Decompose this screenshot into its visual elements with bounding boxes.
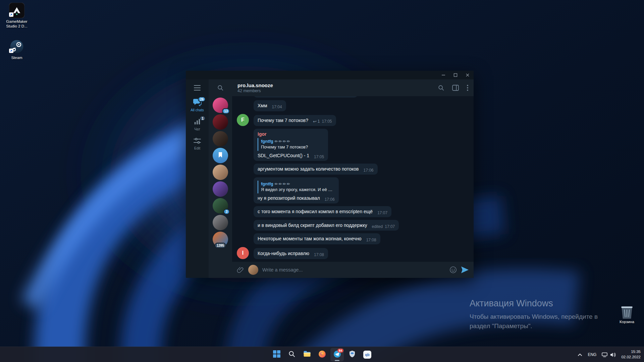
- folders-rail: 26All chats1ЧатEdit: [186, 79, 209, 278]
- pencil-emoji-badges: ✏✏✏✏: [275, 139, 291, 144]
- activation-line1: Чтобы активировать Windows, перейдите в: [470, 313, 598, 320]
- chat-list-item[interactable]: [213, 181, 228, 197]
- close-button[interactable]: [462, 71, 474, 79]
- clock-time: 15:35: [621, 349, 641, 355]
- message-input[interactable]: [262, 267, 445, 273]
- message-time: 17:05: [314, 155, 324, 160]
- search-icon: [288, 351, 295, 359]
- message-bubble[interactable]: Хмм17:04: [254, 100, 286, 111]
- message-bubble[interactable]: Igorfgntfg✏✏✏✏Почему там 7 потоков?SDL_G…: [254, 129, 328, 161]
- message-text: аргументом можно задать количество поток…: [258, 166, 359, 172]
- paperclip-icon: [237, 266, 244, 274]
- chat-list-item[interactable]: 13: [213, 98, 228, 113]
- chat-list-item[interactable]: [213, 165, 228, 180]
- folder-edit[interactable]: Edit: [191, 134, 204, 154]
- message-time: 17:08: [314, 252, 324, 258]
- maximize-button[interactable]: [449, 71, 462, 79]
- taskbar-explorer-button[interactable]: [300, 348, 314, 361]
- chat-list-item[interactable]: [213, 114, 228, 130]
- close-icon: [466, 73, 470, 77]
- tray-status-icons[interactable]: [602, 352, 616, 357]
- toggle-sidebar-button[interactable]: [452, 85, 459, 91]
- main-menu-button[interactable]: [194, 85, 201, 90]
- window-titlebar[interactable]: [186, 71, 474, 79]
- sender-avatar[interactable]: I: [237, 247, 249, 259]
- message-history[interactable]: Сижу чёт и думаю, скучно как-то…Я видел …: [232, 96, 474, 262]
- chat-menu-button[interactable]: [467, 85, 468, 91]
- language-indicator[interactable]: ENG: [588, 352, 596, 357]
- send-button[interactable]: [461, 266, 469, 274]
- unread-badge: 1395: [215, 243, 226, 248]
- message-time: 17:06: [325, 197, 335, 202]
- folder-all-chats[interactable]: 26All chats: [191, 96, 204, 115]
- explorer-icon: [303, 351, 311, 359]
- desktop-icon-label: GameMaker Studio 2 D...: [3, 19, 31, 29]
- emoji-icon: [449, 266, 457, 274]
- kebab-menu-icon: [467, 85, 468, 91]
- emoji-button[interactable]: [449, 266, 457, 274]
- message-text: Некоторые моменты там жопа жопная, конеч…: [258, 236, 362, 241]
- message-bubble[interactable]: Почему там 7 потоков?↩117:05: [254, 115, 336, 126]
- chevron-up-icon: [578, 353, 582, 356]
- taskbar-start-button[interactable]: [270, 348, 283, 361]
- message-row: Хмм17:04: [237, 100, 468, 111]
- taskbar-shield-button[interactable]: [345, 348, 359, 361]
- message-bubble[interactable]: и в виндовый билд скрипт добавил его под…: [254, 220, 399, 231]
- folder-label: Edit: [194, 146, 200, 150]
- message-bubble[interactable]: fgntfg✏✏✏✏Я видел эту прогу, кажется. И …: [254, 177, 339, 203]
- taskbar-search-button[interactable]: [285, 348, 299, 361]
- chat-list-item[interactable]: [213, 148, 228, 163]
- chat-avatar: [213, 114, 228, 130]
- send-icon: [461, 266, 469, 274]
- taskbar-firefox-button[interactable]: [315, 348, 329, 361]
- message-time: 17:05: [322, 119, 332, 124]
- replies-count[interactable]: ↩1: [313, 119, 320, 125]
- reply-text: Почему там 7 потоков?: [261, 144, 308, 150]
- firefox-icon: [318, 350, 326, 359]
- reply-author: fgntfg✏✏✏✏: [261, 139, 308, 144]
- chat-list-item[interactable]: 1395: [213, 232, 228, 247]
- telegram-window: 26All chats1ЧатEdit 1331395 pro.lua.snoo…: [186, 71, 474, 278]
- desktop: GameMaker Studio 2 D...Steam Корзина Акт…: [0, 0, 644, 362]
- activation-title: Активация Windows: [470, 298, 631, 309]
- chat-header: pro.lua.snooze 42 members: [232, 79, 474, 96]
- tray-overflow-button[interactable]: [578, 353, 582, 356]
- message-row: Igorfgntfg✏✏✏✏Почему там 7 потоков?SDL_G…: [237, 129, 468, 161]
- desktop-icon-gamemaker[interactable]: GameMaker Studio 2 D...: [3, 3, 31, 29]
- steam-icon: [9, 39, 24, 54]
- chat-list-item[interactable]: 3: [213, 198, 228, 214]
- message-bubble[interactable]: аргументом можно задать количество поток…: [254, 164, 378, 175]
- message-bubble[interactable]: с того момента я пофиксил компил в emscr…: [254, 206, 391, 217]
- chat-title: pro.lua.snooze: [237, 82, 438, 88]
- search-icon: [217, 85, 223, 91]
- search-chats-button[interactable]: [217, 85, 223, 91]
- chat-list-item[interactable]: [213, 131, 228, 146]
- reply-quote[interactable]: fgntfg✏✏✏✏Я видел эту прогу, кажется. И …: [258, 181, 335, 193]
- folder-chat[interactable]: 1Чат: [191, 115, 204, 134]
- message-bubble[interactable]: Сижу чёт и думаю, скучно как-то…Я видел …: [254, 96, 358, 98]
- message-row: IКогда-нибудь исправлю17:08: [237, 247, 468, 259]
- message-bubble[interactable]: Когда-нибудь исправлю17:08: [254, 248, 328, 259]
- sender-avatar[interactable]: F: [237, 114, 249, 126]
- chat-info[interactable]: pro.lua.snooze 42 members: [237, 82, 438, 93]
- search-in-chat-button[interactable]: [438, 85, 444, 91]
- saved-messages-avatar: [213, 148, 228, 163]
- unread-badge: 3: [223, 209, 230, 215]
- desktop-icon-steam[interactable]: Steam: [3, 39, 31, 60]
- taskbar-qbittorrent-button[interactable]: qb: [361, 348, 374, 361]
- send-as-avatar[interactable]: [248, 265, 258, 275]
- message-bubble[interactable]: Некоторые моменты там жопа жопная, конеч…: [254, 233, 380, 244]
- attach-button[interactable]: [237, 266, 244, 274]
- chat-list: 1331395: [209, 79, 232, 278]
- reply-quote[interactable]: fgntfg✏✏✏✏Почему там 7 потоков?: [258, 138, 324, 151]
- chat-list-item[interactable]: [213, 215, 228, 230]
- reply-arrow-icon: ↩: [313, 119, 317, 125]
- message-time: 17:04: [272, 105, 282, 110]
- message-row: аргументом можно задать количество поток…: [237, 164, 468, 175]
- message-text: с того момента я пофиксил компил в emscr…: [258, 209, 373, 214]
- taskbar-telegram-button[interactable]: 84: [330, 348, 344, 361]
- minimize-button[interactable]: [437, 71, 449, 79]
- message-text: Почему там 7 потоков?: [258, 118, 308, 123]
- clock[interactable]: 15:35 02.02.2022: [621, 349, 641, 360]
- folder-chat-icon: 1: [193, 118, 202, 126]
